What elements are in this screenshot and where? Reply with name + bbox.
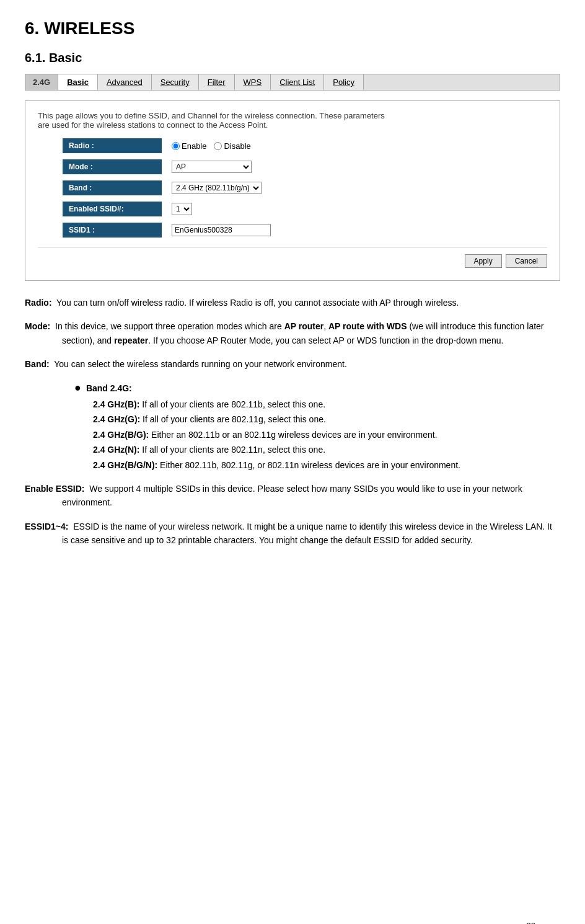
- band-description: Band: You can select the wireless standa…: [25, 357, 560, 472]
- tab-basic[interactable]: Basic: [58, 74, 98, 90]
- enabled-ssid-row: Enabled SSID#: 1 2 3 4: [63, 202, 547, 216]
- tab-bar: 2.4G Basic Advanced Security Filter WPS …: [25, 74, 560, 91]
- band-24g-title: Band 2.4G:: [86, 381, 132, 395]
- tab-filter[interactable]: Filter: [199, 74, 235, 90]
- tab-security[interactable]: Security: [152, 74, 199, 90]
- ssid1-label: SSID1 :: [63, 223, 162, 238]
- radio-group: Enable Disable: [172, 141, 251, 151]
- config-panel: This page allows you to define SSID, and…: [25, 100, 560, 281]
- essid-enable-title: Enable ESSID:: [25, 484, 84, 494]
- config-form: Radio : Enable Disable Mode :: [63, 138, 547, 238]
- mode-desc-title: Mode:: [25, 321, 50, 331]
- mode-row: Mode : AP AP router AP route with WDS Re…: [63, 159, 547, 174]
- essid-enable-text: We support 4 multiple SSIDs in this devi…: [62, 484, 522, 507]
- band-label: Band :: [63, 180, 162, 195]
- tab-advanced[interactable]: Advanced: [98, 74, 152, 90]
- band-desc-title: Band:: [25, 359, 50, 369]
- band-item-n-label: 2.4 GHz(N):: [93, 445, 139, 455]
- band-sub-bullets: 2.4 GHz(B): If all of your clients are 8…: [25, 398, 560, 472]
- radio-disable-label[interactable]: Disable: [214, 141, 250, 151]
- radio-desc-title: Radio:: [25, 298, 52, 308]
- band-row: Band : 2.4 GHz (802.11b) 2.4 GHz (802.11…: [63, 180, 547, 195]
- bullet-dot-icon: ●: [74, 381, 81, 395]
- band-item-bgn: 2.4 GHz(B/G/N): Either 802.11b, 802.11g,…: [93, 458, 560, 472]
- radio-desc-text: You can turn on/off wireless radio. If w…: [56, 298, 459, 308]
- radio-enable-label[interactable]: Enable: [172, 141, 206, 151]
- button-row: Apply Cancel: [38, 247, 547, 268]
- page-number: 30: [527, 921, 535, 924]
- radio-control: Enable Disable: [172, 141, 251, 151]
- mode-select[interactable]: AP AP router AP route with WDS Repeater: [172, 161, 252, 173]
- band-item-n: 2.4 GHz(N): If all of your clients are 8…: [93, 443, 560, 456]
- radio-label: Radio :: [63, 138, 162, 153]
- content-section: Radio: You can turn on/off wireless radi…: [25, 296, 560, 547]
- config-description: This page allows you to define SSID, and…: [38, 111, 547, 130]
- enabled-ssid-select[interactable]: 1 2 3 4: [172, 203, 192, 215]
- essid14-text: ESSID is the name of your wireless netwo…: [62, 522, 552, 545]
- essid-enable-description: Enable ESSID: We support 4 multiple SSID…: [25, 482, 560, 510]
- ssid1-control: [172, 224, 271, 236]
- section-title: 6.1. Basic: [25, 51, 560, 65]
- enabled-ssid-label: Enabled SSID#:: [63, 202, 162, 216]
- apply-button[interactable]: Apply: [465, 254, 502, 268]
- band-item-g: 2.4 GHz(G): If all of your clients are 8…: [93, 412, 560, 426]
- band-desc-text: You can select the wireless standards ru…: [54, 359, 347, 369]
- mode-description: Mode: In this device, we support three o…: [25, 319, 560, 347]
- band-select[interactable]: 2.4 GHz (802.11b) 2.4 GHz (802.11g) 2.4 …: [172, 182, 262, 194]
- tab-client-list[interactable]: Client List: [271, 74, 324, 90]
- band-item-g-label: 2.4 GHz(G):: [93, 414, 140, 424]
- band-item-bgn-label: 2.4 GHz(B/G/N):: [93, 460, 157, 470]
- band-item-b: 2.4 GHz(B): If all of your clients are 8…: [93, 398, 560, 411]
- cancel-button[interactable]: Cancel: [506, 254, 547, 268]
- radio-description: Radio: You can turn on/off wireless radi…: [25, 296, 560, 309]
- band-desc-intro: Band: You can select the wireless standa…: [25, 357, 560, 371]
- tab-band-label: 2.4G: [25, 74, 58, 90]
- mode-control: AP AP router AP route with WDS Repeater: [172, 161, 252, 173]
- radio-enable-input[interactable]: [172, 142, 180, 150]
- mode-label: Mode :: [63, 159, 162, 174]
- essid14-title: ESSID1~4:: [25, 522, 68, 531]
- band-24g-bullet: ● Band 2.4G:: [25, 381, 560, 395]
- ssid1-input[interactable]: [172, 224, 271, 236]
- essid14-description: ESSID1~4: ESSID is the name of your wire…: [25, 520, 560, 548]
- enabled-ssid-control: 1 2 3 4: [172, 203, 192, 215]
- radio-disable-input[interactable]: [214, 142, 222, 150]
- band-control: 2.4 GHz (802.11b) 2.4 GHz (802.11g) 2.4 …: [172, 182, 262, 194]
- ssid1-row: SSID1 :: [63, 223, 547, 238]
- page-title: 6. WIRELESS: [25, 19, 560, 38]
- band-item-bg: 2.4 GHz(B/G): Either an 802.11b or an 80…: [93, 428, 560, 442]
- tab-policy[interactable]: Policy: [324, 74, 364, 90]
- band-item-b-label: 2.4 GHz(B):: [93, 399, 139, 409]
- band-item-bg-label: 2.4 GHz(B/G):: [93, 430, 149, 440]
- tab-wps[interactable]: WPS: [235, 74, 271, 90]
- radio-row: Radio : Enable Disable: [63, 138, 547, 153]
